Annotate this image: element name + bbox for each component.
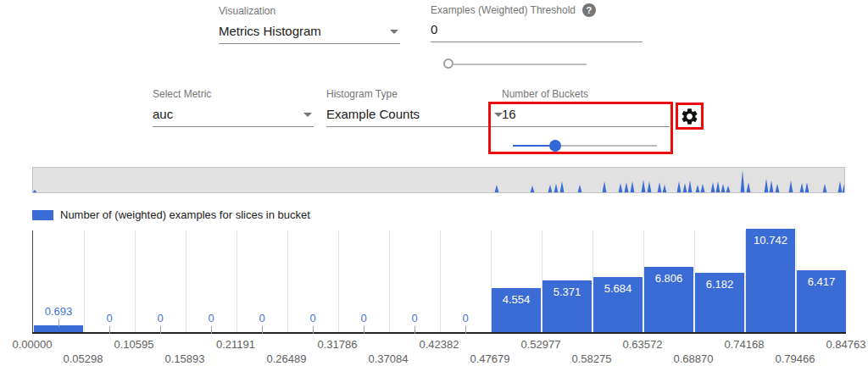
num-buckets-label: Number of Buckets bbox=[502, 88, 670, 100]
threshold-field-group: Examples (Weighted) Threshold ? 0 bbox=[431, 3, 643, 42]
minimap-spike bbox=[619, 183, 623, 192]
visualization-label: Visualization bbox=[219, 5, 400, 17]
minimap-spike bbox=[721, 184, 726, 192]
histogram-plot-area: 0.693000000004.5545.3715.6846.8066.18210… bbox=[32, 230, 846, 334]
chart-legend: Number of (weighted) examples for slices… bbox=[32, 208, 310, 221]
visualization-value: Metrics Histogram bbox=[219, 24, 400, 38]
highlight-box-gear bbox=[676, 103, 704, 130]
bar-value-label: 5.684 bbox=[604, 282, 632, 295]
bar-label-leader bbox=[160, 326, 161, 334]
bar-label-leader bbox=[465, 326, 466, 334]
bar-value-label: 5.371 bbox=[554, 286, 581, 298]
bar-label-leader bbox=[415, 326, 415, 334]
gridline bbox=[287, 230, 288, 332]
select-metric-dropdown[interactable]: Select Metric auc bbox=[153, 88, 314, 127]
minimap-spike bbox=[560, 181, 565, 192]
legend-label: Number of (weighted) examples for slices… bbox=[60, 208, 310, 221]
minimap-spike bbox=[33, 190, 36, 192]
minimap-spike bbox=[716, 181, 721, 192]
bar-value-label: 0 bbox=[462, 312, 468, 324]
x-axis-tick-label: 0.58275 bbox=[572, 352, 612, 365]
gridline bbox=[389, 230, 390, 332]
x-axis-tick-label: 0.05298 bbox=[64, 352, 103, 365]
x-axis-tick-label: 0.74168 bbox=[725, 338, 765, 351]
minimap-spike bbox=[603, 181, 607, 192]
minimap-spike bbox=[701, 184, 705, 192]
minimap-spikes bbox=[33, 168, 844, 192]
bar-label-leader bbox=[262, 326, 263, 334]
gridline bbox=[186, 230, 186, 332]
threshold-label: Examples (Weighted) Threshold bbox=[431, 4, 576, 16]
minimap-spike bbox=[578, 185, 582, 192]
minimap-spike bbox=[625, 182, 629, 192]
bar-value-label: 10.742 bbox=[754, 234, 787, 247]
bar-label-leader bbox=[109, 326, 110, 334]
metrics-histogram-page: { "controls": { "visualization": { "labe… bbox=[0, 0, 868, 366]
minimap-spike bbox=[531, 186, 535, 192]
x-axis-tick-label: 0.37084 bbox=[369, 352, 409, 365]
x-axis-tick-label: 0.10595 bbox=[114, 338, 154, 351]
x-axis-tick-label: 0.52977 bbox=[521, 338, 561, 351]
gridline bbox=[84, 230, 85, 332]
histogram-type-dropdown[interactable]: Histogram Type Example Counts bbox=[326, 88, 504, 127]
x-axis-tick-label: 0.15893 bbox=[165, 352, 205, 365]
highlight-box-buckets bbox=[488, 102, 673, 154]
minimap-spike bbox=[765, 179, 769, 192]
bar-value-label: 0 bbox=[411, 312, 417, 324]
minimap-spike bbox=[711, 182, 715, 192]
x-axis-tick-label: 0.42382 bbox=[420, 338, 459, 351]
minimap-spike bbox=[770, 180, 774, 192]
minimap-spike bbox=[843, 184, 844, 192]
x-axis-tick-label: 0.79466 bbox=[776, 352, 815, 365]
minimap-spike bbox=[683, 183, 687, 192]
threshold-slider[interactable] bbox=[442, 56, 594, 73]
minimap-spike bbox=[726, 186, 731, 192]
minimap-spike bbox=[805, 182, 810, 192]
histogram-type-label: Histogram Type bbox=[326, 88, 504, 100]
minimap-spike bbox=[648, 181, 652, 192]
minimap-spike bbox=[838, 181, 843, 192]
x-axis-tick-label: 0.00000 bbox=[13, 338, 53, 351]
histogram-overview-minimap[interactable] bbox=[32, 167, 845, 193]
minimap-spike bbox=[789, 180, 793, 192]
bar-label-leader bbox=[313, 326, 314, 334]
x-axis-tick-label: 0.47679 bbox=[470, 352, 510, 365]
gridline bbox=[338, 230, 339, 332]
x-axis-tick-label: 0.63572 bbox=[623, 338, 663, 351]
chevron-down-icon[interactable] bbox=[303, 113, 312, 117]
bar-value-label: 4.554 bbox=[503, 293, 531, 306]
bar-value-label: 0.693 bbox=[45, 305, 73, 318]
minimap-spike bbox=[747, 182, 751, 192]
minimap-spike bbox=[776, 184, 780, 192]
gridline bbox=[135, 230, 136, 332]
bar-value-label: 0 bbox=[106, 312, 112, 324]
minimap-spike bbox=[663, 185, 667, 192]
histogram-type-value: Example Counts bbox=[326, 107, 504, 121]
minimap-spike bbox=[741, 170, 745, 192]
threshold-slider-thumb[interactable] bbox=[443, 58, 453, 69]
x-axis-tick-label: 0.31786 bbox=[318, 338, 358, 351]
visualization-dropdown[interactable]: Visualization Metrics Histogram bbox=[219, 5, 400, 44]
chevron-down-icon[interactable] bbox=[390, 30, 398, 34]
minimap-spike bbox=[554, 184, 559, 192]
settings-gear-icon[interactable] bbox=[680, 107, 699, 126]
minimap-spike bbox=[688, 180, 693, 192]
bar-label-leader bbox=[58, 319, 59, 327]
select-metric-value: auc bbox=[153, 107, 314, 121]
gridline bbox=[236, 230, 237, 332]
bar-value-label: 6.182 bbox=[706, 278, 734, 291]
bar-value-label: 0 bbox=[259, 312, 264, 324]
threshold-input[interactable]: 0 bbox=[431, 22, 643, 42]
minimap-spike bbox=[495, 185, 499, 192]
bar-label-leader bbox=[211, 326, 212, 334]
bar-value-label: 0 bbox=[157, 312, 163, 324]
threshold-slider-track[interactable] bbox=[453, 64, 587, 65]
bar-label-leader bbox=[364, 326, 364, 334]
x-axis-tick-label: 0.26489 bbox=[267, 352, 307, 365]
minimap-spike bbox=[823, 184, 827, 192]
help-icon[interactable]: ? bbox=[582, 3, 596, 17]
bar-value-label: 0 bbox=[208, 312, 214, 324]
minimap-spike bbox=[677, 181, 682, 192]
bar-value-label: 0 bbox=[309, 312, 315, 324]
select-metric-label: Select Metric bbox=[153, 88, 314, 100]
